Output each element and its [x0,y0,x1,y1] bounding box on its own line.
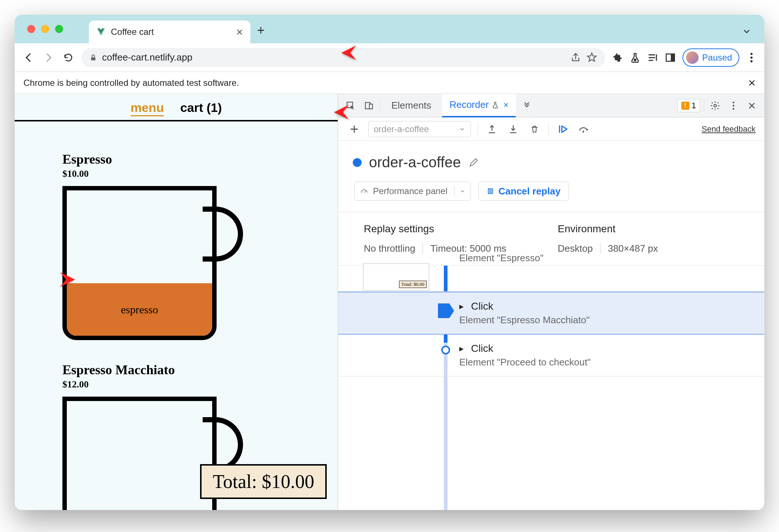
tab-close-button[interactable]: × [236,25,243,39]
environment-heading: Environment [558,223,658,235]
extensions-icon[interactable] [612,52,623,63]
tab-recorder[interactable]: Recorder × [442,94,516,117]
svg-point-5 [750,57,753,59]
browser-menu-icon[interactable] [746,52,757,63]
import-icon[interactable] [506,122,521,136]
maximize-window-button[interactable] [55,25,63,33]
pause-icon [487,187,494,196]
infobar-text: Chrome is being controlled by automated … [23,78,239,88]
performance-panel-button[interactable]: Performance panel [354,182,471,201]
menu-link[interactable]: menu [131,101,164,116]
profile-paused-chip[interactable]: Paused [682,48,739,67]
device-value: Desktop [558,243,593,254]
svg-point-6 [750,60,753,62]
close-window-button[interactable] [27,25,35,33]
tab-strip: Coffee cart × + [15,15,764,43]
settings-gear-icon[interactable] [708,98,722,113]
product-price: $12.00 [62,379,323,390]
coffee-cup[interactable]: espresso [62,186,217,340]
page-viewport: menu cart (1) Espresso $10.00 espresso E… [15,94,338,510]
throttling-value[interactable]: No throttling [364,243,415,254]
automation-infobar: Chrome is being controlled by automated … [15,72,764,94]
recording-title: order-a-coffee [369,154,461,171]
svg-point-14 [583,131,584,132]
vue-favicon-icon [96,27,106,37]
new-tab-button[interactable]: + [257,23,265,38]
tab-title: Coffee cart [111,27,231,37]
product-price: $10.00 [62,168,323,179]
svg-rect-15 [488,189,490,193]
issues-count: 1 [692,101,696,110]
cart-link[interactable]: cart (1) [180,101,222,114]
svg-rect-3 [671,54,674,61]
cup-fill-label: espresso [67,283,212,336]
step-row[interactable]: Click Element "Proceed to checkout" [338,335,764,376]
url-text: coffee-cart.netlify.app [102,52,565,63]
recorder-toolbar: order-a-coffee Send feedback [338,117,764,141]
step-subtitle: Element "Espresso" [459,252,543,264]
annotation-arrow-icon [46,269,75,292]
address-bar: coffee-cart.netlify.app Paused [15,43,764,72]
delete-icon[interactable] [527,122,542,136]
svg-point-10 [714,104,717,107]
step-title: Click [459,300,750,312]
continue-play-icon[interactable] [555,122,570,136]
svg-point-1 [634,58,637,61]
replay-settings-row: Replay settings No throttling Timeout: 5… [338,212,764,265]
labs-flask-icon[interactable] [630,52,641,63]
svg-point-11 [733,101,735,103]
thumb-total-label: Total: $0.00 [399,281,427,288]
device-toolbar-icon[interactable] [362,98,376,113]
lock-icon [90,53,97,62]
issues-badge[interactable]: ! 1 [677,99,700,112]
product-title: Espresso [62,152,323,167]
tab-recorder-label: Recorder [449,99,489,110]
forward-button[interactable] [42,51,55,64]
side-panel-icon[interactable] [665,52,676,63]
svg-point-13 [733,108,735,110]
dropdown-caret-icon[interactable] [454,186,465,196]
tab-close-icon[interactable]: × [503,100,508,110]
step-title: Click [459,343,750,354]
replay-settings-heading: Replay settings [364,223,506,235]
edit-pencil-icon[interactable] [468,157,479,168]
recording-status-dot [353,158,362,167]
annotation-arrow-icon [334,101,363,125]
tabs-dropdown-icon[interactable] [742,27,751,36]
send-feedback-link[interactable]: Send feedback [702,124,756,134]
avatar-icon [686,51,699,64]
step-subtitle: Element "Espresso Macchiato" [459,314,750,326]
minimize-window-button[interactable] [41,25,49,33]
current-step-marker-icon [438,303,454,318]
devtools-tabbar: Elements Recorder × ! 1 [338,94,764,117]
back-button[interactable] [22,51,35,64]
devtools-menu-icon[interactable] [726,98,741,113]
chevron-down-icon [459,126,465,132]
reading-list-icon[interactable] [647,52,658,63]
step-row[interactable]: Total: $0.00 Element "Espresso" [338,266,764,292]
tab-elements[interactable]: Elements [384,94,438,117]
devtools-close-icon[interactable] [744,98,759,113]
step-dot-icon [441,346,450,354]
step-row-current[interactable]: Click Element "Espresso Macchiato" [338,292,764,335]
browser-window: Coffee cart × + coffee-cart.netlify.app … [15,15,764,510]
page-nav: menu cart (1) [15,94,338,121]
svg-point-12 [733,105,735,106]
cart-total-badge[interactable]: Total: $10.00 [200,464,327,499]
share-icon[interactable] [570,52,581,63]
cancel-replay-label: Cancel replay [499,186,561,197]
browser-tab[interactable]: Coffee cart × [89,21,250,43]
content-split: menu cart (1) Espresso $10.00 espresso E… [15,94,764,510]
bookmark-star-icon[interactable] [586,52,597,63]
infobar-close-button[interactable]: × [748,76,756,90]
step-thumbnail: Total: $0.00 [363,263,429,291]
recording-selector[interactable]: order-a-coffee [368,121,471,137]
more-tabs-icon[interactable] [519,98,534,113]
coffee-cup[interactable] [62,397,217,455]
step-over-icon[interactable] [577,122,591,136]
reload-button[interactable] [62,51,75,64]
devtools-panel: Elements Recorder × ! 1 [338,94,764,510]
cancel-replay-button[interactable]: Cancel replay [478,182,569,201]
svg-rect-9 [369,104,373,109]
export-icon[interactable] [485,122,499,136]
